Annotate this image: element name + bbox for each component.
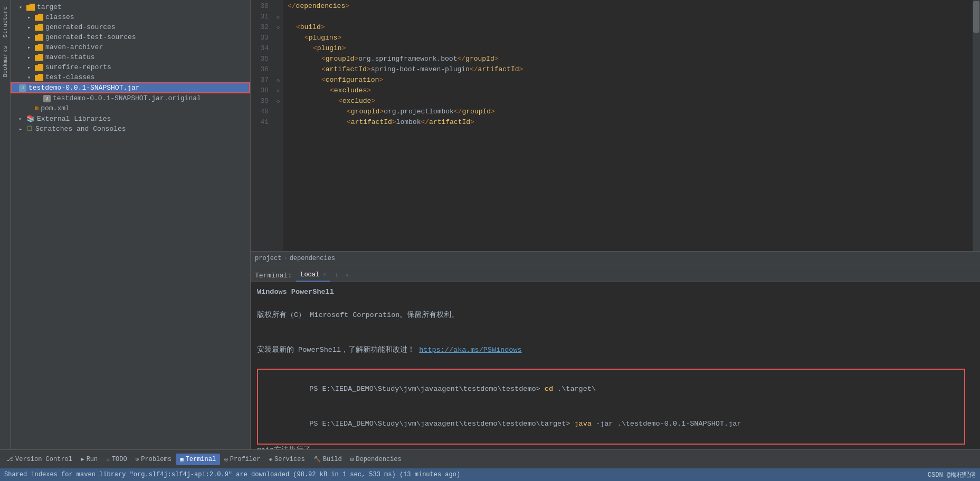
terminal-link[interactable]: https://aka.ms/PSWindows [419,346,521,354]
services-icon: ◈ [269,456,272,463]
terminal-section: Terminal: Local × + ▾ Windows PowerShell… [251,265,980,449]
todo-icon: ≡ [106,456,110,463]
breadcrumb-sep: › [283,255,287,262]
terminal-cmd-java: PS E:\IEDA_DEMO\Study\jvm\javaagent\test… [258,407,960,441]
terminal-cmd-cd: PS E:\IEDA_DEMO\Study\jvm\javaagent\test… [258,372,960,407]
tree-item-test-classes[interactable]: test-classes [11,72,250,82]
tree-item-testdemo-jar-original[interactable]: J testdemo-0.0.1-SNAPSHOT.jar.original [11,93,250,103]
terminal-update-notice: 安装最新的 PowerShell，了解新功能和改进！ https://aka.m… [257,344,974,356]
code-line-33: <plugins> [288,33,968,43]
tree-label-maven-status: maven-status [45,53,95,61]
tree-item-target[interactable]: target [11,2,250,12]
tree-item-maven-status[interactable]: maven-status [11,52,250,62]
folder-icon-generated-test-sources [35,34,43,41]
terminal-add-button[interactable]: + [331,269,342,282]
tree-item-testdemo-jar[interactable]: J testdemo-0.0.1-SNAPSHOT.jar [11,82,250,93]
terminal-command-box: PS E:\IEDA_DEMO\Study\jvm\javaagent\test… [257,369,965,445]
code-line-32: <build> [288,22,968,33]
code-line-38: <excludes> [288,85,968,96]
scrollbar-track[interactable] [973,0,980,251]
terminal-tab-local-label: Local [300,271,319,278]
toolbar-build[interactable]: 🔨 Build [309,454,346,465]
tree-label-pom: pom.xml [41,104,70,112]
breadcrumb-bar: project › dependencies [251,251,980,265]
tree-label-target: target [37,3,62,11]
folder-icon-maven-status [35,54,43,61]
code-panel: 30 31 32 33 34 35 36 37 38 39 40 41 ◇ ◇ [251,0,980,449]
build-label: Build [323,456,342,463]
toolbar-run[interactable]: ▶ Run [77,454,102,465]
toolbar-terminal[interactable]: ▣ Terminal [176,454,220,465]
version-control-label: Version Control [15,456,72,463]
services-label: Services [274,456,305,463]
build-icon: 🔨 [313,456,321,463]
dependencies-label: Dependencies [356,456,401,463]
tree-item-generated-test-sources[interactable]: generated-test-sources [11,32,250,42]
code-line-35: <groupId>org.springframework.boot</group… [288,54,968,64]
tree-arrow-ext-libs [19,116,26,122]
bookmarks-tab[interactable]: Bookmarks [1,42,9,81]
terminal-tab-close[interactable]: × [322,272,326,278]
scratch-icon: 🗒 [26,125,33,133]
code-line-37: <configuration> [288,75,968,85]
terminal-empty-3 [257,333,974,344]
terminal-label: Terminal: [255,272,292,282]
tree-item-generated-sources[interactable]: generated-sources [11,22,250,32]
code-area: 30 31 32 33 34 35 36 37 38 39 40 41 ◇ ◇ [251,0,980,251]
side-tabs: Structure Bookmarks [0,0,11,449]
toolbar-profiler[interactable]: ◎ Profiler [220,454,264,465]
profiler-icon: ◎ [224,456,228,463]
tree-item-classes[interactable]: classes [11,12,250,22]
code-line-39: <exclude> [288,96,968,107]
structure-tab[interactable]: Structure [1,2,9,42]
tree-label-testdemo-jar-original: testdemo-0.0.1-SNAPSHOT.jar.original [53,94,201,102]
tree-item-external-libraries[interactable]: 📚 External Libraries [11,113,250,124]
file-tree: target classes generated-sources generat… [11,0,251,449]
tree-arrow-maven-archiver [27,44,35,51]
tree-arrow-scratches [19,126,26,132]
terminal-tab-local[interactable]: Local × [296,269,330,282]
tree-arrow-target [19,4,26,11]
problems-icon: ⊕ [136,456,139,463]
code-line-31 [288,12,968,22]
dependencies-icon: ⊞ [350,456,354,463]
terminal-btn-label: Terminal [186,456,216,463]
toolbar-version-control[interactable]: ⎇ Version Control [2,454,77,465]
code-line-34: <plugin> [288,43,968,54]
line-numbers: 30 31 32 33 34 35 36 37 38 39 40 41 [251,0,273,251]
toolbar-dependencies[interactable]: ⊞ Dependencies [346,454,406,465]
terminal-powershell-title: Windows PowerShell [257,286,974,298]
toolbar-problems[interactable]: ⊕ Problems [131,454,176,465]
tree-label-generated-test-sources: generated-test-sources [45,33,136,41]
terminal-empty-2 [257,321,974,333]
run-icon: ▶ [81,456,84,463]
code-line-36: <artifactId>spring-boot-maven-plugin</ar… [288,64,968,75]
toolbar-todo[interactable]: ≡ TODO [102,454,131,465]
terminal-content[interactable]: Windows PowerShell 版权所有（C） Microsoft Cor… [251,282,980,449]
todo-label: TODO [112,456,127,463]
bottom-toolbar: ⎇ Version Control ▶ Run ≡ TODO ⊕ Problem… [0,449,980,468]
gutter-area: ◇ ◇ ◇ ◇ ◇ [273,0,283,251]
terminal-icon: ▣ [180,456,184,463]
toolbar-services[interactable]: ◈ Services [264,454,309,465]
tree-label-classes: classes [45,13,74,21]
ext-lib-icon: 📚 [26,114,35,123]
tree-arrow-surefire-reports [27,64,35,71]
folder-icon-test-classes [35,74,43,81]
tree-arrow-test-classes [27,74,35,81]
tree-label-surefire-reports: surefire-reports [45,63,111,71]
status-right-text: CSDN @梅杞配佬 [928,470,976,479]
tree-item-scratches[interactable]: 🗒 Scratches and Consoles [11,124,250,134]
terminal-dropdown[interactable]: ▾ [342,270,352,282]
pom-icon: m [35,105,39,112]
code-line-40: <groupId>org.projectlombok</groupId> [288,107,968,117]
tree-arrow-generated-sources [27,24,35,31]
tree-item-maven-archiver[interactable]: maven-archiver [11,42,250,52]
tree-item-pom[interactable]: m pom.xml [11,103,250,113]
tree-arrow-classes [27,14,35,21]
tree-label-external-libraries: External Libraries [37,115,111,123]
jar-icon-testdemo: J [19,84,26,92]
code-content[interactable]: </dependencies> <build> <plugins> <plugi… [283,0,973,251]
tree-item-surefire-reports[interactable]: surefire-reports [11,62,250,72]
breadcrumb-project: project [255,255,281,262]
